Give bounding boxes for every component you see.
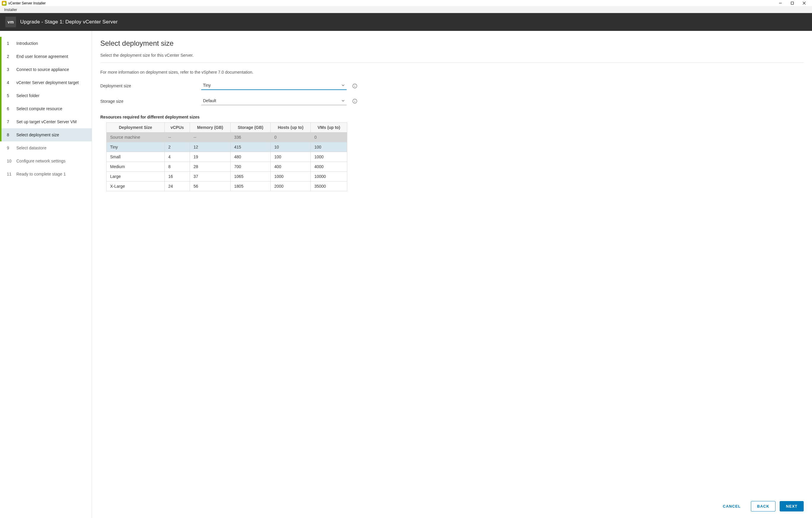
table-cell: 336 xyxy=(231,133,271,142)
table-cell: Tiny xyxy=(107,142,165,152)
wizard-footer: CANCEL BACK NEXT xyxy=(717,501,804,512)
deployment-size-label: Deployment size xyxy=(100,83,201,88)
step-number: 1 xyxy=(7,41,12,46)
table-cell: 37 xyxy=(190,172,231,182)
table-cell: 10000 xyxy=(311,172,347,182)
window-titlebar: vCenter Server Installer xyxy=(0,0,812,6)
step-number: 2 xyxy=(7,54,12,59)
table-cell: Small xyxy=(107,152,165,162)
table-cell: 2000 xyxy=(271,182,311,191)
step-label: Connect to source appliance xyxy=(16,67,69,72)
table-row: Large16371065100010000 xyxy=(107,172,347,182)
table-row: Small4194801001000 xyxy=(107,152,347,162)
storage-size-select[interactable]: Default xyxy=(201,97,347,105)
app-icon xyxy=(2,1,6,6)
wizard-step-3[interactable]: 3Connect to source appliance xyxy=(0,63,92,76)
table-cell: -- xyxy=(165,133,190,142)
info-icon[interactable] xyxy=(352,83,357,88)
help-text: For more information on deployment sizes… xyxy=(100,70,804,75)
step-number: 6 xyxy=(7,106,12,111)
table-cell: 24 xyxy=(165,182,190,191)
wizard-step-11: 11Ready to complete stage 1 xyxy=(0,167,92,181)
wizard-step-7[interactable]: 7Set up target vCenter Server VM xyxy=(0,115,92,128)
maximize-button[interactable] xyxy=(789,0,795,6)
wizard-step-4[interactable]: 4vCenter Server deployment target xyxy=(0,76,92,89)
step-label: Ready to complete stage 1 xyxy=(16,172,66,176)
table-cell: Source machine xyxy=(107,133,165,142)
step-label: Introduction xyxy=(16,41,38,46)
table-cell: 415 xyxy=(231,142,271,152)
table-cell: 0 xyxy=(311,133,347,142)
info-icon[interactable] xyxy=(352,99,357,104)
table-cell: 1000 xyxy=(311,152,347,162)
svg-rect-0 xyxy=(3,2,6,4)
wizard-header: vm Upgrade - Stage 1: Deploy vCenter Ser… xyxy=(0,13,812,31)
table-cell: 4000 xyxy=(311,162,347,172)
deployment-size-select[interactable]: Tiny xyxy=(201,82,347,90)
step-label: Select deployment size xyxy=(16,133,59,137)
table-cell: 400 xyxy=(271,162,311,172)
step-number: 3 xyxy=(7,67,12,72)
table-cell: 100 xyxy=(271,152,311,162)
menubar: Installer xyxy=(0,6,812,13)
close-button[interactable] xyxy=(801,0,807,6)
step-label: Select datastore xyxy=(16,145,46,150)
wizard-steps-sidebar: 1Introduction2End user license agreement… xyxy=(0,31,92,518)
vmware-logo: vm xyxy=(5,17,16,27)
svg-point-11 xyxy=(354,100,355,100)
step-label: Set up target vCenter Server VM xyxy=(16,119,77,124)
step-number: 11 xyxy=(7,172,12,176)
table-cell: Large xyxy=(107,172,165,182)
table-cell: 2 xyxy=(165,142,190,152)
step-label: Select compute resource xyxy=(16,106,62,111)
table-header: Storage (GB) xyxy=(231,123,271,133)
resources-table: Deployment SizevCPUsMemory (GB)Storage (… xyxy=(106,122,347,191)
page-title: Select deployment size xyxy=(100,39,804,48)
wizard-step-9: 9Select datastore xyxy=(0,141,92,155)
step-number: 5 xyxy=(7,93,12,98)
table-cell: -- xyxy=(190,133,231,142)
table-cell: 35000 xyxy=(311,182,347,191)
cancel-button[interactable]: CANCEL xyxy=(717,501,747,511)
window-title: vCenter Server Installer xyxy=(8,1,46,5)
table-cell: 700 xyxy=(231,162,271,172)
table-header: Deployment Size xyxy=(107,123,165,133)
table-cell: 1000 xyxy=(271,172,311,182)
table-header: VMs (up to) xyxy=(311,123,347,133)
step-number: 4 xyxy=(7,80,12,85)
table-row: Source machine----33600 xyxy=(107,133,347,142)
table-cell: Medium xyxy=(107,162,165,172)
table-cell: 16 xyxy=(165,172,190,182)
table-cell: 480 xyxy=(231,152,271,162)
wizard-step-5[interactable]: 5Select folder xyxy=(0,89,92,102)
resources-section-title: Resources required for different deploym… xyxy=(100,115,804,119)
next-button[interactable]: NEXT xyxy=(780,501,804,512)
table-row: Tiny21241510100 xyxy=(107,142,347,152)
table-cell: 0 xyxy=(271,133,311,142)
step-number: 7 xyxy=(7,119,12,124)
step-label: vCenter Server deployment target xyxy=(16,80,79,85)
step-label: Select folder xyxy=(16,93,39,98)
table-cell: 19 xyxy=(190,152,231,162)
back-button[interactable]: BACK xyxy=(751,501,776,512)
wizard-step-8[interactable]: 8Select deployment size xyxy=(0,128,92,141)
table-cell: 10 xyxy=(271,142,311,152)
table-cell: 100 xyxy=(311,142,347,152)
svg-point-8 xyxy=(354,85,355,85)
table-cell: 4 xyxy=(165,152,190,162)
storage-size-label: Storage size xyxy=(100,99,201,104)
table-header: Hosts (up to) xyxy=(271,123,311,133)
table-row: Medium8287004004000 xyxy=(107,162,347,172)
wizard-step-1[interactable]: 1Introduction xyxy=(0,37,92,50)
wizard-page: Select deployment size Select the deploy… xyxy=(92,31,812,518)
page-subtitle: Select the deployment size for this vCen… xyxy=(100,53,804,63)
step-label: End user license agreement xyxy=(16,54,68,59)
wizard-step-2[interactable]: 2End user license agreement xyxy=(0,50,92,63)
menu-installer[interactable]: Installer xyxy=(2,7,19,12)
wizard-step-6[interactable]: 6Select compute resource xyxy=(0,102,92,115)
table-cell: 56 xyxy=(190,182,231,191)
minimize-button[interactable] xyxy=(777,0,784,6)
table-header: vCPUs xyxy=(165,123,190,133)
table-row: X-Large24561805200035000 xyxy=(107,182,347,191)
table-cell: 8 xyxy=(165,162,190,172)
